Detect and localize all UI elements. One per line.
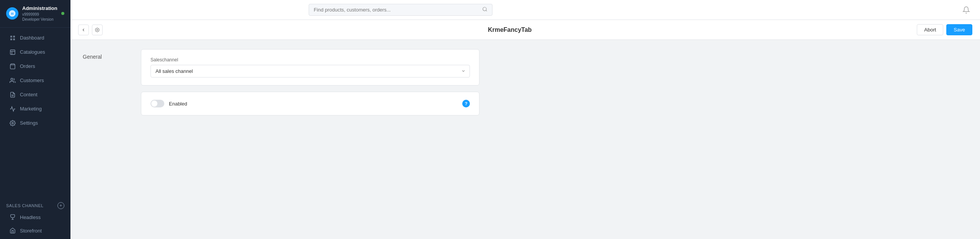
svg-point-12 xyxy=(12,122,13,124)
brand-subtitle: v9999999 Developer Version xyxy=(22,12,57,22)
headless-icon xyxy=(9,214,16,221)
toggle-thumb xyxy=(151,101,157,107)
help-button[interactable]: ? xyxy=(462,100,470,107)
save-button[interactable]: Save xyxy=(946,24,972,35)
add-sales-channel-button[interactable]: + xyxy=(57,202,64,209)
sidebar-item-catalogues[interactable]: Catalogues xyxy=(3,45,67,59)
section-label: General xyxy=(83,49,129,115)
brand-text: Administration v9999999 Developer Versio… xyxy=(22,5,57,22)
sales-channel-section: Sales channel + Headless Storefront xyxy=(0,199,70,239)
brand-area: Administration v9999999 Developer Versio… xyxy=(0,0,70,28)
sidebar-item-customers[interactable]: Customers xyxy=(3,74,67,87)
sidebar-item-marketing[interactable]: Marketing xyxy=(3,102,67,116)
marketing-icon xyxy=(9,105,16,112)
subheader-actions: Abort Save xyxy=(917,24,972,35)
saleschannel-field-label: Saleschannel xyxy=(151,57,470,63)
customers-label: Customers xyxy=(20,77,44,83)
notification-button[interactable] xyxy=(960,4,972,16)
customers-icon xyxy=(9,77,16,84)
abort-button[interactable]: Abort xyxy=(917,24,943,35)
saleschannel-card: Saleschannel All sales channel xyxy=(141,49,479,86)
settings-icon xyxy=(9,120,16,127)
saleschannel-select[interactable]: All sales channel xyxy=(151,65,470,77)
back-button[interactable] xyxy=(78,25,89,35)
dashboard-icon xyxy=(9,35,16,41)
sidebar-item-settings[interactable]: Settings xyxy=(3,116,67,130)
catalogues-label: Catalogues xyxy=(20,49,45,55)
subheader-settings-button[interactable] xyxy=(92,25,103,35)
content-icon xyxy=(9,91,16,98)
form-cards: Saleschannel All sales channel xyxy=(141,49,479,115)
svg-rect-3 xyxy=(10,38,12,40)
sidebar-item-headless[interactable]: Headless xyxy=(6,211,64,224)
sales-channel-label: Sales channel xyxy=(6,203,44,208)
sales-channel-header: Sales channel + xyxy=(6,202,64,209)
orders-label: Orders xyxy=(20,63,35,69)
svg-rect-5 xyxy=(10,50,15,54)
svg-line-14 xyxy=(486,10,487,12)
svg-point-13 xyxy=(483,7,486,11)
brand-title: Administration xyxy=(22,5,57,12)
svg-point-15 xyxy=(97,29,98,30)
catalogues-icon xyxy=(9,49,16,56)
search-input[interactable] xyxy=(314,7,479,13)
dashboard-label: Dashboard xyxy=(20,35,44,41)
settings-label: Settings xyxy=(20,120,38,126)
search-icon xyxy=(482,7,488,13)
topbar xyxy=(70,0,980,20)
search-bar xyxy=(309,4,492,16)
page-title: KrmeFancyTab xyxy=(107,26,912,33)
saleschannel-select-wrapper: All sales channel xyxy=(151,65,470,77)
enabled-toggle[interactable] xyxy=(151,100,164,107)
content-label: Content xyxy=(20,92,38,97)
brand-logo xyxy=(6,7,18,20)
topbar-right xyxy=(960,4,972,16)
sidebar-item-orders[interactable]: Orders xyxy=(3,59,67,73)
storefront-icon xyxy=(9,227,16,234)
svg-point-9 xyxy=(11,78,13,80)
enabled-label: Enabled xyxy=(169,101,458,107)
subheader: KrmeFancyTab Abort Save xyxy=(70,20,980,40)
subheader-nav xyxy=(78,25,103,35)
sidebar-item-dashboard[interactable]: Dashboard xyxy=(3,31,67,45)
storefront-label: Storefront xyxy=(20,228,42,234)
svg-rect-2 xyxy=(13,36,15,38)
marketing-label: Marketing xyxy=(20,106,42,112)
sidebar-item-storefront[interactable]: Storefront xyxy=(6,224,64,237)
enabled-card: Enabled ? xyxy=(141,92,479,115)
content-area: General Saleschannel All sales channel xyxy=(70,40,980,239)
svg-rect-4 xyxy=(13,38,15,40)
main-area: KrmeFancyTab Abort Save General Salescha… xyxy=(70,0,980,239)
headless-label: Headless xyxy=(20,214,41,220)
sidebar-nav: Dashboard Catalogues Orders xyxy=(0,28,70,199)
form-layout: General Saleschannel All sales channel xyxy=(70,40,492,125)
svg-rect-1 xyxy=(10,36,12,38)
sidebar: Administration v9999999 Developer Versio… xyxy=(0,0,70,239)
toggle-row: Enabled ? xyxy=(151,100,470,107)
sidebar-item-content[interactable]: Content xyxy=(3,88,67,102)
online-status-indicator xyxy=(61,12,64,15)
orders-icon xyxy=(9,63,16,70)
